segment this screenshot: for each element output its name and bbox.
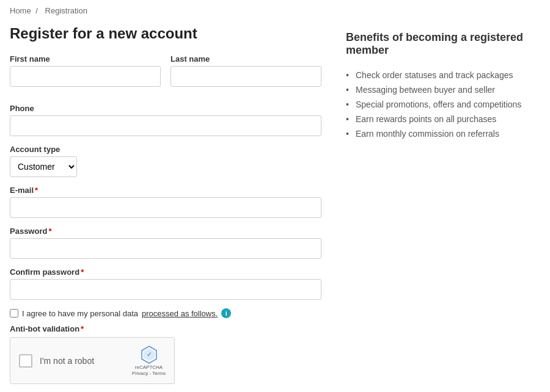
confirm-password-input[interactable]: [10, 279, 321, 300]
account-type-select[interactable]: Customer Seller Business: [10, 156, 77, 177]
recaptcha-box: I'm not a robot ✓ reCAPTCHA Privacy - Te…: [10, 337, 175, 384]
confirm-password-label: Confirm password*: [10, 267, 321, 277]
first-name-label: First name: [10, 54, 161, 64]
benefits-list-item: Special promotions, offers and competiti…: [346, 97, 540, 112]
consent-link[interactable]: processed as follows.: [142, 309, 218, 318]
last-name-label: Last name: [170, 54, 321, 64]
last-name-input[interactable]: [170, 66, 321, 87]
breadcrumb: Home / Registration: [0, 0, 550, 19]
benefits-list-item: Messaging between buyer and seller: [346, 82, 540, 97]
email-input[interactable]: [10, 197, 321, 218]
recaptcha-svg-icon: ✓: [139, 345, 159, 365]
email-required: *: [35, 186, 38, 195]
benefits-list-item: Check order statuses and track packages: [346, 68, 540, 82]
antibot-label: Anti-bot validation: [10, 324, 79, 333]
benefits-list: Check order statuses and track packagesM…: [346, 68, 540, 141]
password-label: Password*: [10, 227, 321, 236]
recaptcha-text: I'm not a robot: [40, 356, 94, 366]
recaptcha-checkbox[interactable]: [19, 354, 32, 368]
phone-label: Phone: [10, 104, 321, 113]
recaptcha-brand: reCAPTCHA: [135, 365, 163, 371]
password-input[interactable]: [10, 238, 321, 259]
benefits-list-item: Earn monthly commission on referrals: [346, 126, 540, 141]
recaptcha-logo: ✓ reCAPTCHA Privacy - Terms: [132, 345, 166, 376]
first-name-input[interactable]: [10, 66, 161, 87]
account-type-label: Account type: [10, 145, 321, 154]
breadcrumb-separator: /: [35, 6, 38, 15]
svg-text:✓: ✓: [147, 351, 152, 358]
recaptcha-links: Privacy - Terms: [132, 371, 166, 377]
consent-checkbox[interactable]: [10, 309, 18, 318]
confirm-password-required: *: [81, 267, 84, 277]
benefits-list-item: Earn rewards points on all purchases: [346, 112, 540, 126]
breadcrumb-current: Registration: [45, 6, 87, 15]
breadcrumb-home[interactable]: Home: [10, 6, 31, 15]
phone-input[interactable]: [10, 115, 321, 136]
info-icon[interactable]: i: [221, 308, 231, 318]
password-required: *: [48, 227, 51, 236]
consent-text: I agree to have my personal data: [22, 309, 138, 318]
benefits-title: Benefits of becoming a registered member: [346, 31, 540, 57]
antibot-required: *: [81, 324, 84, 333]
email-label: E-mail*: [10, 186, 321, 195]
page-title: Register for a new account: [10, 25, 321, 42]
